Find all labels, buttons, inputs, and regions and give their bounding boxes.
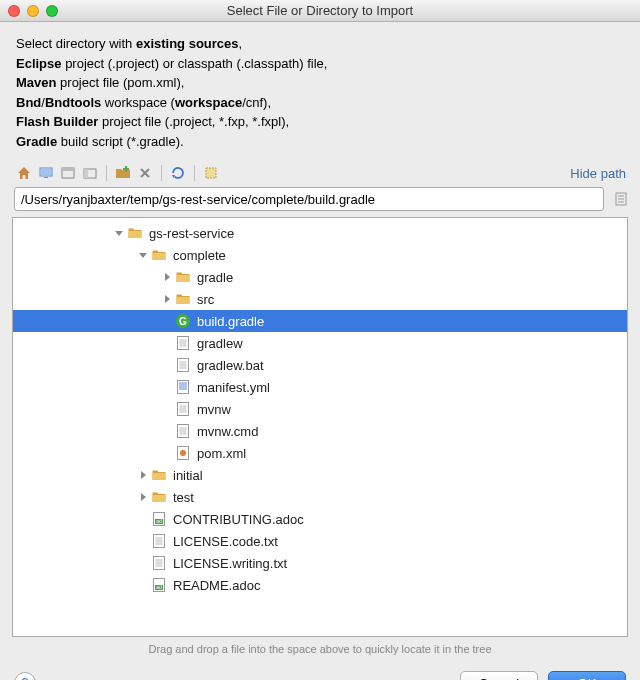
path-input[interactable]	[14, 187, 604, 211]
instructions-text: Select directory with existing sources, …	[0, 22, 640, 159]
tree-item-label: src	[197, 292, 214, 307]
show-hidden-icon[interactable]	[201, 163, 221, 183]
tree-item-label: CONTRIBUTING.adoc	[173, 512, 304, 527]
disclosure-triangle-icon[interactable]	[137, 469, 149, 481]
tree-folder[interactable]: complete	[13, 244, 627, 266]
svg-rect-16	[178, 337, 189, 350]
tree-item-label: gs-rest-service	[149, 226, 234, 241]
svg-rect-1	[41, 169, 51, 175]
disclosure-triangle-icon	[137, 557, 149, 569]
disclosure-triangle-icon[interactable]	[113, 227, 125, 239]
instr-l6-rest: build script (*.gradle).	[57, 134, 183, 149]
folder-icon	[151, 489, 167, 505]
tree-item-label: gradle	[197, 270, 233, 285]
svg-rect-6	[84, 169, 88, 178]
svg-rect-46	[154, 535, 165, 548]
tree-file[interactable]: Gbuild.gradle	[13, 310, 627, 332]
disclosure-triangle-icon	[161, 359, 173, 371]
ok-button[interactable]: OK	[548, 671, 626, 680]
adoc-icon: ad	[151, 577, 167, 593]
svg-text:ad: ad	[156, 518, 162, 524]
disclosure-triangle-icon	[161, 425, 173, 437]
svg-text:G: G	[179, 316, 187, 327]
tree-item-label: manifest.yml	[197, 380, 270, 395]
tree-folder[interactable]: gradle	[13, 266, 627, 288]
desktop-icon[interactable]	[36, 163, 56, 183]
disclosure-triangle-icon[interactable]	[137, 249, 149, 261]
tree-item-label: complete	[173, 248, 226, 263]
disclosure-triangle-icon	[161, 447, 173, 459]
tree-file[interactable]: mvnw	[13, 398, 627, 420]
titlebar: Select File or Directory to Import	[0, 0, 640, 22]
tree-folder[interactable]: src	[13, 288, 627, 310]
hide-path-link[interactable]: Hide path	[570, 166, 630, 181]
file-icon	[151, 555, 167, 571]
drop-hint: Drag and drop a file into the space abov…	[0, 637, 640, 663]
help-button[interactable]: ?	[14, 672, 36, 680]
instr-l4-b3: workspace	[175, 95, 242, 110]
dialog-footer: ? Cancel OK	[0, 663, 640, 680]
tree-file[interactable]: adREADME.adoc	[13, 574, 627, 596]
disclosure-triangle-icon[interactable]	[137, 491, 149, 503]
svg-rect-31	[178, 403, 189, 416]
close-window-button[interactable]	[8, 5, 20, 17]
svg-rect-9	[206, 168, 216, 178]
disclosure-triangle-icon	[161, 381, 173, 393]
refresh-icon[interactable]	[168, 163, 188, 183]
module-icon[interactable]	[80, 163, 100, 183]
tree-file[interactable]: pom.xml	[13, 442, 627, 464]
minimize-window-button[interactable]	[27, 5, 39, 17]
history-icon[interactable]	[612, 189, 630, 209]
yml-icon	[175, 379, 191, 395]
disclosure-triangle-icon	[137, 535, 149, 547]
gradle-icon: G	[175, 313, 191, 329]
instr-l3-bold: Maven	[16, 75, 56, 90]
path-row	[0, 187, 640, 217]
tree-folder[interactable]: initial	[13, 464, 627, 486]
disclosure-triangle-icon	[137, 579, 149, 591]
tree-item-label: initial	[173, 468, 203, 483]
svg-text:ad: ad	[156, 584, 162, 590]
instr-l2-bold: Eclipse	[16, 56, 62, 71]
instr-l4-mid: workspace (	[101, 95, 175, 110]
tree-file[interactable]: adCONTRIBUTING.adoc	[13, 508, 627, 530]
instr-l1-prefix: Select directory with	[16, 36, 136, 51]
file-icon	[175, 401, 191, 417]
tree-item-label: LICENSE.writing.txt	[173, 556, 287, 571]
cancel-button[interactable]: Cancel	[460, 671, 538, 680]
disclosure-triangle-icon	[161, 315, 173, 327]
tree-file[interactable]: manifest.yml	[13, 376, 627, 398]
disclosure-triangle-icon	[137, 513, 149, 525]
instr-l4-rest: /cnf),	[242, 95, 271, 110]
delete-icon[interactable]	[135, 163, 155, 183]
instr-l4-b2: Bndtools	[45, 95, 101, 110]
tree-folder[interactable]: gs-rest-service	[13, 222, 627, 244]
tree-file[interactable]: mvnw.cmd	[13, 420, 627, 442]
instr-l1-bold: existing sources	[136, 36, 239, 51]
disclosure-triangle-icon	[161, 337, 173, 349]
project-icon[interactable]	[58, 163, 78, 183]
tree-file[interactable]: gradlew.bat	[13, 354, 627, 376]
toolbar-separator	[194, 165, 195, 181]
disclosure-triangle-icon[interactable]	[161, 271, 173, 283]
svg-point-42	[180, 450, 186, 456]
tree-file[interactable]: gradlew	[13, 332, 627, 354]
tree-item-label: test	[173, 490, 194, 505]
tree-file[interactable]: LICENSE.code.txt	[13, 530, 627, 552]
home-icon[interactable]	[14, 163, 34, 183]
zoom-window-button[interactable]	[46, 5, 58, 17]
disclosure-triangle-icon	[161, 403, 173, 415]
svg-rect-51	[154, 557, 165, 570]
file-icon	[151, 533, 167, 549]
svg-rect-21	[178, 359, 189, 372]
disclosure-triangle-icon[interactable]	[161, 293, 173, 305]
tree-folder[interactable]: test	[13, 486, 627, 508]
folder-icon	[175, 291, 191, 307]
tree-item-label: pom.xml	[197, 446, 246, 461]
window-title: Select File or Directory to Import	[0, 3, 640, 18]
tree-item-label: gradlew	[197, 336, 243, 351]
new-folder-icon[interactable]	[113, 163, 133, 183]
tree-file[interactable]: LICENSE.writing.txt	[13, 552, 627, 574]
file-tree[interactable]: gs-rest-servicecompletegradlesrcGbuild.g…	[12, 217, 628, 637]
instr-l3-rest: project file (pom.xml),	[56, 75, 184, 90]
